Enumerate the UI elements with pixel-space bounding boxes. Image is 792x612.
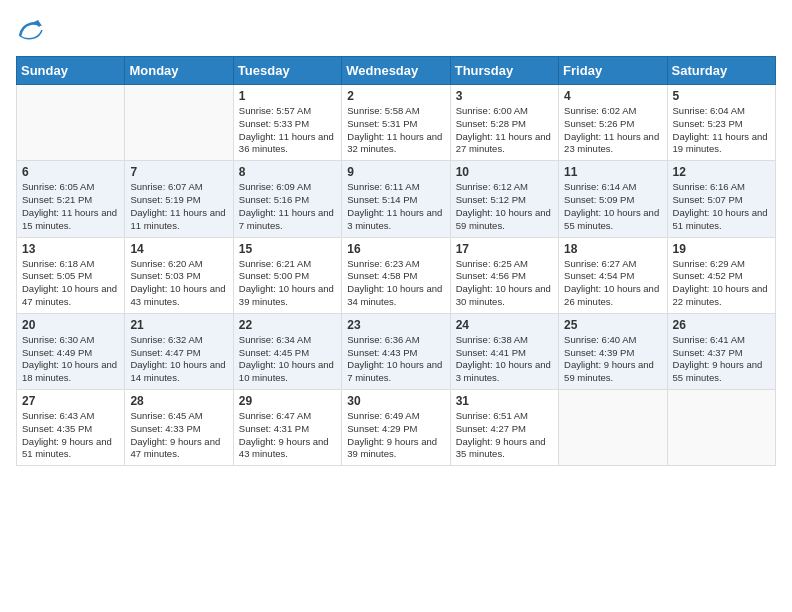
- day-number: 28: [130, 394, 227, 408]
- calendar-cell: 9Sunrise: 6:11 AMSunset: 5:14 PMDaylight…: [342, 161, 450, 237]
- day-number: 29: [239, 394, 336, 408]
- calendar-table: SundayMondayTuesdayWednesdayThursdayFrid…: [16, 56, 776, 466]
- page-container: SundayMondayTuesdayWednesdayThursdayFrid…: [0, 0, 792, 474]
- calendar-cell: 16Sunrise: 6:23 AMSunset: 4:58 PMDayligh…: [342, 237, 450, 313]
- day-info: Sunrise: 6:16 AMSunset: 5:07 PMDaylight:…: [673, 181, 770, 232]
- calendar-cell: 29Sunrise: 6:47 AMSunset: 4:31 PMDayligh…: [233, 390, 341, 466]
- day-info: Sunrise: 6:27 AMSunset: 4:54 PMDaylight:…: [564, 258, 661, 309]
- calendar-cell: 7Sunrise: 6:07 AMSunset: 5:19 PMDaylight…: [125, 161, 233, 237]
- day-info: Sunrise: 6:00 AMSunset: 5:28 PMDaylight:…: [456, 105, 553, 156]
- logo-icon: [16, 16, 44, 44]
- calendar-cell: 8Sunrise: 6:09 AMSunset: 5:16 PMDaylight…: [233, 161, 341, 237]
- calendar-cell: 31Sunrise: 6:51 AMSunset: 4:27 PMDayligh…: [450, 390, 558, 466]
- calendar-cell: 10Sunrise: 6:12 AMSunset: 5:12 PMDayligh…: [450, 161, 558, 237]
- calendar-cell: 20Sunrise: 6:30 AMSunset: 4:49 PMDayligh…: [17, 313, 125, 389]
- logo: [16, 16, 48, 44]
- day-number: 2: [347, 89, 444, 103]
- day-number: 31: [456, 394, 553, 408]
- day-info: Sunrise: 6:25 AMSunset: 4:56 PMDaylight:…: [456, 258, 553, 309]
- day-number: 25: [564, 318, 661, 332]
- calendar-cell: 19Sunrise: 6:29 AMSunset: 4:52 PMDayligh…: [667, 237, 775, 313]
- day-number: 21: [130, 318, 227, 332]
- day-info: Sunrise: 5:57 AMSunset: 5:33 PMDaylight:…: [239, 105, 336, 156]
- day-info: Sunrise: 6:02 AMSunset: 5:26 PMDaylight:…: [564, 105, 661, 156]
- calendar-cell: 13Sunrise: 6:18 AMSunset: 5:05 PMDayligh…: [17, 237, 125, 313]
- weekday-header-tuesday: Tuesday: [233, 57, 341, 85]
- calendar-cell: 4Sunrise: 6:02 AMSunset: 5:26 PMDaylight…: [559, 85, 667, 161]
- day-info: Sunrise: 6:47 AMSunset: 4:31 PMDaylight:…: [239, 410, 336, 461]
- day-number: 8: [239, 165, 336, 179]
- svg-rect-0: [16, 16, 44, 44]
- day-number: 3: [456, 89, 553, 103]
- day-info: Sunrise: 6:49 AMSunset: 4:29 PMDaylight:…: [347, 410, 444, 461]
- calendar-week-3: 13Sunrise: 6:18 AMSunset: 5:05 PMDayligh…: [17, 237, 776, 313]
- calendar-cell: 18Sunrise: 6:27 AMSunset: 4:54 PMDayligh…: [559, 237, 667, 313]
- day-info: Sunrise: 6:36 AMSunset: 4:43 PMDaylight:…: [347, 334, 444, 385]
- day-info: Sunrise: 6:18 AMSunset: 5:05 PMDaylight:…: [22, 258, 119, 309]
- day-info: Sunrise: 6:34 AMSunset: 4:45 PMDaylight:…: [239, 334, 336, 385]
- calendar-cell: 30Sunrise: 6:49 AMSunset: 4:29 PMDayligh…: [342, 390, 450, 466]
- day-number: 6: [22, 165, 119, 179]
- day-info: Sunrise: 6:07 AMSunset: 5:19 PMDaylight:…: [130, 181, 227, 232]
- calendar-cell: [559, 390, 667, 466]
- calendar-cell: 12Sunrise: 6:16 AMSunset: 5:07 PMDayligh…: [667, 161, 775, 237]
- day-number: 12: [673, 165, 770, 179]
- day-number: 30: [347, 394, 444, 408]
- calendar-week-4: 20Sunrise: 6:30 AMSunset: 4:49 PMDayligh…: [17, 313, 776, 389]
- calendar-cell: 22Sunrise: 6:34 AMSunset: 4:45 PMDayligh…: [233, 313, 341, 389]
- day-info: Sunrise: 6:40 AMSunset: 4:39 PMDaylight:…: [564, 334, 661, 385]
- day-number: 9: [347, 165, 444, 179]
- calendar-cell: 5Sunrise: 6:04 AMSunset: 5:23 PMDaylight…: [667, 85, 775, 161]
- calendar-cell: 2Sunrise: 5:58 AMSunset: 5:31 PMDaylight…: [342, 85, 450, 161]
- day-info: Sunrise: 6:21 AMSunset: 5:00 PMDaylight:…: [239, 258, 336, 309]
- calendar-week-2: 6Sunrise: 6:05 AMSunset: 5:21 PMDaylight…: [17, 161, 776, 237]
- day-number: 23: [347, 318, 444, 332]
- calendar-cell: 23Sunrise: 6:36 AMSunset: 4:43 PMDayligh…: [342, 313, 450, 389]
- day-number: 22: [239, 318, 336, 332]
- weekday-header-sunday: Sunday: [17, 57, 125, 85]
- day-number: 14: [130, 242, 227, 256]
- calendar-cell: 15Sunrise: 6:21 AMSunset: 5:00 PMDayligh…: [233, 237, 341, 313]
- day-number: 5: [673, 89, 770, 103]
- day-info: Sunrise: 6:51 AMSunset: 4:27 PMDaylight:…: [456, 410, 553, 461]
- day-number: 16: [347, 242, 444, 256]
- calendar-cell: 3Sunrise: 6:00 AMSunset: 5:28 PMDaylight…: [450, 85, 558, 161]
- day-info: Sunrise: 6:11 AMSunset: 5:14 PMDaylight:…: [347, 181, 444, 232]
- day-info: Sunrise: 6:32 AMSunset: 4:47 PMDaylight:…: [130, 334, 227, 385]
- calendar-cell: 24Sunrise: 6:38 AMSunset: 4:41 PMDayligh…: [450, 313, 558, 389]
- day-number: 7: [130, 165, 227, 179]
- calendar-cell: 21Sunrise: 6:32 AMSunset: 4:47 PMDayligh…: [125, 313, 233, 389]
- day-number: 20: [22, 318, 119, 332]
- day-info: Sunrise: 6:05 AMSunset: 5:21 PMDaylight:…: [22, 181, 119, 232]
- calendar-cell: [17, 85, 125, 161]
- day-info: Sunrise: 6:20 AMSunset: 5:03 PMDaylight:…: [130, 258, 227, 309]
- day-number: 4: [564, 89, 661, 103]
- day-number: 11: [564, 165, 661, 179]
- day-info: Sunrise: 6:04 AMSunset: 5:23 PMDaylight:…: [673, 105, 770, 156]
- calendar-cell: 1Sunrise: 5:57 AMSunset: 5:33 PMDaylight…: [233, 85, 341, 161]
- day-number: 10: [456, 165, 553, 179]
- weekday-header-friday: Friday: [559, 57, 667, 85]
- day-info: Sunrise: 6:09 AMSunset: 5:16 PMDaylight:…: [239, 181, 336, 232]
- day-number: 13: [22, 242, 119, 256]
- day-number: 26: [673, 318, 770, 332]
- weekday-header-monday: Monday: [125, 57, 233, 85]
- calendar-week-1: 1Sunrise: 5:57 AMSunset: 5:33 PMDaylight…: [17, 85, 776, 161]
- day-number: 15: [239, 242, 336, 256]
- weekday-header-saturday: Saturday: [667, 57, 775, 85]
- day-info: Sunrise: 6:41 AMSunset: 4:37 PMDaylight:…: [673, 334, 770, 385]
- day-number: 27: [22, 394, 119, 408]
- day-info: Sunrise: 6:38 AMSunset: 4:41 PMDaylight:…: [456, 334, 553, 385]
- calendar-week-5: 27Sunrise: 6:43 AMSunset: 4:35 PMDayligh…: [17, 390, 776, 466]
- calendar-cell: 6Sunrise: 6:05 AMSunset: 5:21 PMDaylight…: [17, 161, 125, 237]
- calendar-cell: 28Sunrise: 6:45 AMSunset: 4:33 PMDayligh…: [125, 390, 233, 466]
- calendar-cell: 27Sunrise: 6:43 AMSunset: 4:35 PMDayligh…: [17, 390, 125, 466]
- day-info: Sunrise: 6:43 AMSunset: 4:35 PMDaylight:…: [22, 410, 119, 461]
- calendar-cell: 14Sunrise: 6:20 AMSunset: 5:03 PMDayligh…: [125, 237, 233, 313]
- calendar-cell: 25Sunrise: 6:40 AMSunset: 4:39 PMDayligh…: [559, 313, 667, 389]
- calendar-cell: [125, 85, 233, 161]
- day-info: Sunrise: 5:58 AMSunset: 5:31 PMDaylight:…: [347, 105, 444, 156]
- page-header: [16, 16, 776, 44]
- day-info: Sunrise: 6:29 AMSunset: 4:52 PMDaylight:…: [673, 258, 770, 309]
- day-info: Sunrise: 6:14 AMSunset: 5:09 PMDaylight:…: [564, 181, 661, 232]
